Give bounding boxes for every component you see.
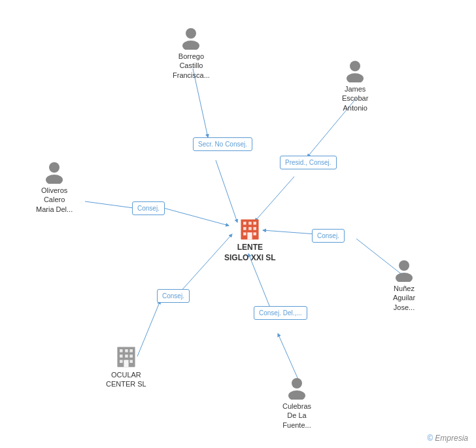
oliveros-node[interactable]: Oliveros Calero Maria Del... [36,160,73,214]
svg-rect-35 [129,349,133,353]
badge-consej1[interactable]: Consej. [132,201,165,215]
center-label: LENTE SIGLO XXI SL [224,243,276,263]
borrego-label: Borrego Castillo Francisca... [173,52,210,80]
culebras-node[interactable]: Culebras De La Fuente... [282,376,311,430]
badge-consej3[interactable]: Consej. [157,289,190,303]
svg-rect-19 [243,232,246,235]
svg-line-10 [278,334,298,379]
oliveros-person-icon [42,160,66,184]
svg-point-29 [396,273,413,282]
nunez-node[interactable]: Nuñez Aguilar Jose... [392,258,416,312]
svg-line-5 [163,208,229,226]
svg-point-23 [182,41,199,50]
svg-point-22 [186,28,196,39]
svg-rect-34 [125,349,128,353]
watermark: © Empresia [427,434,468,443]
svg-rect-37 [125,354,128,358]
badge-secr[interactable]: Secr. No Consej. [193,137,252,151]
svg-rect-38 [129,354,133,358]
svg-rect-40 [129,360,133,363]
network-graph: LENTE SIGLO XXI SL Borrego Castillo Fran… [0,0,476,448]
svg-rect-15 [254,222,257,225]
svg-line-3 [255,177,294,221]
svg-rect-41 [124,360,128,367]
nunez-label: Nuñez Aguilar Jose... [393,284,415,312]
oliveros-label: Oliveros Calero Maria Del... [36,186,73,214]
svg-rect-13 [243,222,246,225]
svg-rect-18 [254,227,257,230]
james-label: James Escobar Antonio [342,84,368,112]
svg-point-31 [288,390,305,400]
ocular-node[interactable]: OCULAR CENTER SL [106,343,146,389]
svg-rect-39 [120,360,123,363]
badge-consej2[interactable]: Consej. [312,229,345,243]
svg-rect-16 [243,227,246,230]
svg-rect-14 [249,222,252,225]
culebras-label: Culebras De La Fuente... [282,402,311,430]
badge-presid[interactable]: Presid., Consej. [280,156,337,169]
svg-point-24 [350,61,360,71]
svg-point-30 [292,378,302,388]
badge-consejdel[interactable]: Consej. Del.,... [254,306,307,320]
svg-line-4 [85,201,133,208]
borrego-person-icon [179,26,203,50]
culebras-person-icon [285,376,309,400]
center-company-icon [237,216,262,241]
ocular-label: OCULAR CENTER SL [106,370,146,389]
svg-rect-20 [254,232,257,235]
james-node[interactable]: James Escobar Antonio [342,59,368,112]
ocular-company-icon [114,343,139,368]
svg-line-1 [216,160,237,222]
svg-point-28 [399,260,409,271]
svg-rect-17 [249,227,252,230]
svg-rect-33 [120,349,123,353]
center-node[interactable]: LENTE SIGLO XXI SL [224,216,276,263]
svg-point-27 [46,175,63,184]
svg-point-26 [49,162,60,173]
svg-point-25 [347,73,364,82]
james-person-icon [343,59,367,82]
svg-rect-36 [120,354,123,358]
borrego-node[interactable]: Borrego Castillo Francisca... [173,26,210,80]
svg-rect-21 [248,232,252,239]
nunez-person-icon [392,258,416,282]
